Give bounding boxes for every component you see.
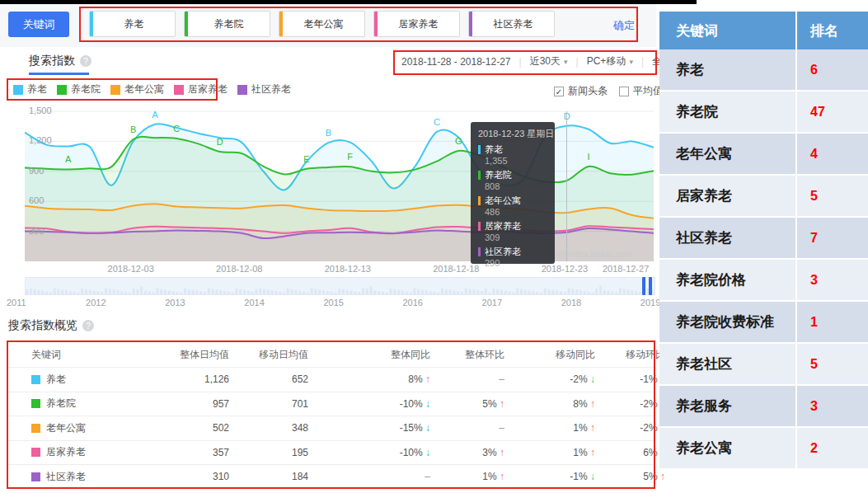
overview-value-cell: 957 — [170, 398, 229, 410]
timeline-year: 2016 — [403, 298, 423, 308]
overview-value-cell: -2% ↓ — [595, 398, 665, 410]
checkbox-news[interactable]: ✓新闻头条 — [554, 84, 608, 98]
overview-value-cell: -10% ↓ — [308, 398, 430, 410]
date-range-control[interactable]: 2018-11-28 - 2018-12-27 — [401, 56, 511, 68]
timeline-year: 2013 — [165, 298, 185, 308]
rank-table-row[interactable]: 养老院价格3 — [659, 260, 868, 302]
rank-table-row[interactable]: 养老院收费标准1 — [659, 302, 868, 344]
peak-letter-marker[interactable]: G — [455, 136, 462, 146]
table-row[interactable]: 社区养老310184–1% ↑-1% ↓5% ↑ — [8, 464, 654, 489]
percent-value: 1% — [573, 447, 590, 458]
legend-item[interactable]: 社区养老 — [237, 82, 291, 96]
overview-keyword-cell: 养老院 — [31, 397, 170, 411]
peak-letter-marker[interactable]: C — [434, 117, 440, 127]
keyword-input[interactable] — [93, 12, 175, 36]
legend-item[interactable]: 居家养老 — [174, 82, 228, 96]
legend-label: 老年公寓 — [124, 82, 164, 96]
tooltip-series-name: 社区养老 — [478, 246, 547, 258]
slider-handle-right[interactable] — [649, 277, 652, 295]
rank-keyword-cell: 养老 — [659, 49, 795, 90]
keyword-color-chip — [31, 375, 40, 384]
peak-letter-marker[interactable]: C — [173, 124, 180, 134]
percent-value: -2% — [640, 398, 660, 410]
peak-letter-marker[interactable]: I — [588, 152, 590, 162]
overview-value-cell: 310 — [170, 471, 229, 482]
percent-value: 8% — [573, 398, 590, 410]
overview-value-cell: 348 — [229, 422, 308, 434]
percent-value: -10% — [400, 447, 425, 458]
keyword-input[interactable] — [378, 12, 459, 36]
rank-table-row[interactable]: 养老服务3 — [659, 386, 868, 428]
overview-value-cell: -1% ↓ — [595, 373, 665, 385]
overview-value-cell: 1% ↑ — [430, 471, 504, 482]
rank-table-row[interactable]: 养老6 — [659, 49, 868, 92]
overview-keyword-cell: 社区养老 — [31, 470, 170, 484]
overview-header-cell: 移动日均值 — [229, 348, 308, 362]
section-search-index: 搜索指数 ? — [29, 54, 91, 68]
percent-value: -2% — [640, 422, 660, 434]
peak-letter-marker[interactable]: D — [217, 137, 223, 147]
overview-header-cell: 移动同比 — [504, 348, 595, 362]
legend-swatch — [13, 85, 23, 95]
y-axis-tick: 1,500 — [29, 106, 52, 115]
device-dropdown[interactable]: PC+移动▾ — [587, 54, 633, 68]
table-row[interactable]: 居家养老357195-10% ↓3% ↑1% ↑6% ↑ — [8, 440, 654, 465]
timeline-year: 2014 — [244, 298, 264, 308]
chart-tooltip: 2018-12-23 星期日 养老1,355养老院808老年公寓486居家养老3… — [471, 122, 555, 264]
keyword-input-box — [89, 11, 176, 37]
keyword-button[interactable]: 关键词 — [8, 12, 69, 37]
period-dropdown[interactable]: 近30天▾ — [530, 54, 568, 68]
table-row[interactable]: 养老院957701-10% ↓5% ↑8% ↑-2% ↓ — [8, 392, 654, 416]
tooltip-series-value: 309 — [485, 232, 547, 242]
overview-value-cell: – — [430, 422, 504, 434]
legend-item[interactable]: 老年公寓 — [110, 82, 164, 96]
help-icon[interactable]: ? — [82, 320, 94, 331]
keyword-input[interactable] — [283, 12, 364, 36]
help-icon[interactable]: ? — [80, 55, 91, 67]
arrow-up-icon: ↑ — [660, 471, 665, 482]
peak-letter-marker[interactable]: F — [347, 152, 353, 162]
rank-keyword-cell: 养老公寓 — [659, 428, 795, 468]
keyword-input[interactable] — [472, 12, 554, 36]
rank-value-cell: 5 — [795, 344, 868, 384]
rank-table-row[interactable]: 养老社区5 — [659, 344, 868, 386]
tooltip-series-name: 老年公寓 — [478, 195, 547, 207]
overview-value-cell: 701 — [229, 398, 308, 410]
rank-header-rank: 排名 — [795, 12, 868, 49]
peak-letter-marker[interactable]: B — [130, 124, 136, 134]
timeline-slider[interactable] — [25, 277, 655, 295]
legend-item[interactable]: 养老 — [13, 82, 47, 96]
rank-table-row[interactable]: 老年公寓4 — [659, 134, 868, 176]
overview-value-cell: 1% ↑ — [504, 447, 595, 458]
slider-handle-left[interactable] — [642, 277, 645, 295]
rank-value-cell: 1 — [795, 302, 868, 342]
peak-letter-marker[interactable]: B — [326, 128, 331, 138]
keyword-input-box — [184, 11, 270, 37]
peak-letter-marker[interactable]: A — [65, 154, 72, 164]
rank-table-row[interactable]: 居家养老5 — [659, 176, 868, 218]
rank-table-row[interactable]: 养老公寓2 — [659, 428, 868, 470]
overview-value-cell: 652 — [229, 373, 308, 385]
rank-table-row[interactable]: 社区养老7 — [659, 218, 868, 260]
rank-keyword-cell: 社区养老 — [659, 218, 795, 258]
confirm-link[interactable]: 确定 — [613, 18, 635, 33]
hover-line — [566, 111, 567, 261]
x-axis-tick: 2018-12-23 — [542, 264, 588, 274]
rank-table-row[interactable]: 养老院47 — [659, 92, 868, 134]
peak-letter-marker[interactable]: A — [152, 110, 158, 120]
rank-table-header: 关键词排名 — [659, 12, 868, 49]
timeline-year: 2015 — [323, 298, 343, 308]
keyword-input-box — [373, 11, 460, 37]
legend-item[interactable]: 养老院 — [57, 82, 101, 96]
table-row[interactable]: 老年公寓502348-15% ↓–1% ↑-2% ↓ — [8, 416, 654, 440]
checkbox-average[interactable]: 平均值 — [619, 84, 663, 98]
legend-swatch — [110, 85, 120, 95]
overview-keyword-cell: 养老 — [31, 373, 170, 387]
x-axis-tick: 2018-12-27 — [603, 264, 649, 274]
keyword-input[interactable] — [188, 12, 270, 36]
rank-keyword-cell: 养老社区 — [659, 344, 795, 384]
y-axis-tick: 600 — [29, 195, 44, 205]
keyword-color-chip — [31, 448, 40, 457]
peak-letter-marker[interactable]: E — [303, 154, 309, 164]
table-row[interactable]: 养老1,1266528% ↑–-2% ↓-1% ↓ — [8, 367, 654, 392]
